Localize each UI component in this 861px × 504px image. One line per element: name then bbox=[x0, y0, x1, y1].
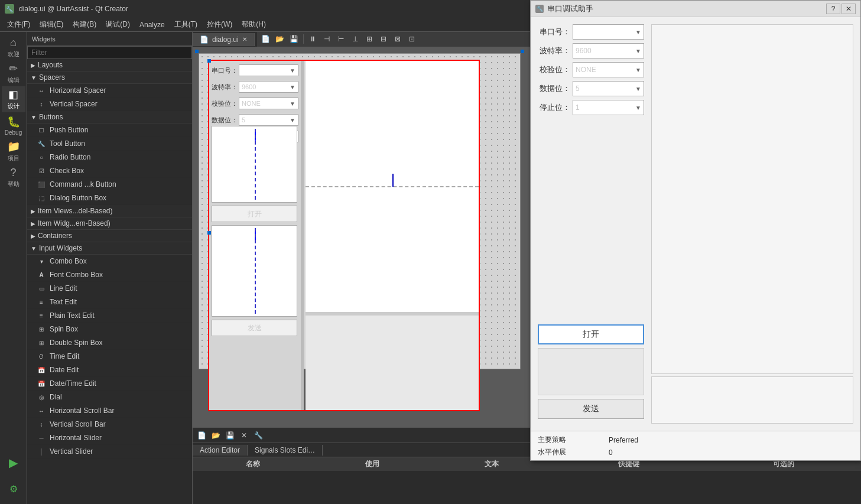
section-containers[interactable]: ▶ Containers bbox=[27, 230, 192, 242]
debug-btn[interactable]: 🐛 Debug bbox=[2, 112, 25, 138]
widget-dial[interactable]: ◎ Dial bbox=[27, 391, 192, 404]
dlg-baud-combo[interactable]: 9600 ▼ bbox=[573, 43, 644, 58]
widget-datetime-edit[interactable]: 📅 Date/Time Edit bbox=[27, 377, 192, 391]
canvas-btn-open[interactable]: 打开 bbox=[212, 206, 297, 222]
dlg-stopbits-combo[interactable]: 1 ▼ bbox=[573, 100, 644, 115]
build-run-btn[interactable]: ⚙ bbox=[2, 476, 25, 502]
canvas-textarea-top[interactable] bbox=[212, 126, 297, 203]
dlg-baud-arrow: ▼ bbox=[635, 48, 641, 54]
widget-check-box[interactable]: ☑ Check Box bbox=[27, 164, 192, 178]
dlg-bottom-display[interactable] bbox=[651, 376, 853, 424]
widget-vertical-spacer[interactable]: ↕ Vertical Spacer bbox=[27, 97, 192, 111]
section-input-widgets[interactable]: ▼ Input Widgets bbox=[27, 242, 192, 255]
project-btn[interactable]: 📁 项目 bbox=[2, 138, 25, 164]
widget-h-scrollbar[interactable]: ↔ Horizontal Scroll Bar bbox=[27, 404, 192, 418]
menu-analyze[interactable]: Analyze bbox=[135, 19, 170, 30]
toolbar-open[interactable]: 📂 bbox=[274, 33, 287, 45]
section-spacers[interactable]: ▼ Spacers bbox=[27, 71, 192, 84]
baud-combo[interactable]: 9600 ▼ bbox=[239, 81, 298, 93]
widget-tab[interactable]: Widgets bbox=[27, 34, 60, 44]
widget-v-scrollbar[interactable]: ↕ Vertical Scroll Bar bbox=[27, 418, 192, 431]
parity-arrow: ▼ bbox=[290, 100, 295, 107]
dialog-container: 串口号： ▼ 波特率： bbox=[208, 60, 480, 411]
toolbar-align1[interactable]: ⊣ bbox=[320, 33, 333, 45]
canvas-right-top[interactable] bbox=[306, 61, 479, 313]
widget-dialog-button-box[interactable]: ⬚ Dialog Button Box bbox=[27, 191, 192, 205]
h-scrollbar-label: Horizontal Scroll Bar bbox=[50, 407, 114, 415]
databits-combo[interactable]: 5 ▼ bbox=[239, 114, 298, 126]
bottom-save-btn[interactable]: 💾 bbox=[223, 430, 236, 441]
menu-build[interactable]: 构建(B) bbox=[68, 18, 101, 31]
widget-line-edit[interactable]: ▭ Line Edit bbox=[27, 282, 192, 295]
dlg-bottom-textarea[interactable] bbox=[538, 348, 644, 395]
canvas-vsplitter[interactable] bbox=[301, 61, 304, 410]
canvas-btn-send[interactable]: 发送 bbox=[212, 320, 297, 336]
tab-action-editor[interactable]: Action Editor bbox=[193, 445, 248, 456]
dlg-parity-combo[interactable]: NONE ▼ bbox=[573, 62, 644, 77]
toolbar-grid4[interactable]: ⊡ bbox=[405, 33, 418, 45]
toolbar-pause[interactable]: ⏸ bbox=[306, 33, 319, 45]
widget-combo-box[interactable]: ▾ Combo Box bbox=[27, 255, 192, 268]
welcome-icon: ⌂ bbox=[10, 37, 17, 49]
run-btn[interactable]: ▶ bbox=[2, 450, 25, 476]
canvas-textarea-bottom[interactable] bbox=[212, 225, 297, 317]
menu-controls[interactable]: 控件(W) bbox=[202, 18, 237, 31]
toolbar-align2[interactable]: ⊢ bbox=[334, 33, 347, 45]
dlg-databits-combo[interactable]: 5 ▼ bbox=[573, 81, 644, 96]
canvas-right-panel bbox=[306, 61, 479, 410]
dlg-send-btn[interactable]: 发送 bbox=[538, 399, 644, 419]
section-item-views[interactable]: ▶ Item Views...del-Based) bbox=[27, 205, 192, 217]
dlg-main-display[interactable] bbox=[651, 32, 853, 374]
app-icon: 🔧 bbox=[5, 4, 14, 14]
welcome-btn[interactable]: ⌂ 欢迎 bbox=[2, 34, 25, 60]
help-btn[interactable]: ? 帮助 bbox=[2, 164, 25, 190]
parity-combo[interactable]: NONE ▼ bbox=[239, 97, 298, 109]
widget-v-slider[interactable]: │ Vertical Slider bbox=[27, 445, 192, 459]
tab-close-icon[interactable]: ✕ bbox=[242, 36, 247, 43]
toolbar-new[interactable]: 📄 bbox=[259, 33, 272, 45]
design-btn[interactable]: ◧ 设计 bbox=[2, 86, 25, 112]
canvas-right-bottom[interactable] bbox=[306, 316, 479, 410]
widget-command-button[interactable]: ⬛ Command ...k Button bbox=[27, 178, 192, 191]
menu-help[interactable]: 帮助(H) bbox=[237, 18, 271, 31]
widget-font-combo-box[interactable]: A Font Combo Box bbox=[27, 268, 192, 282]
toolbar-align3[interactable]: ⊥ bbox=[349, 33, 362, 45]
toolbar-save[interactable]: 💾 bbox=[288, 33, 301, 45]
widget-radio-button[interactable]: ○ Radio Button bbox=[27, 151, 192, 164]
widget-filter[interactable] bbox=[27, 46, 192, 59]
edit-btn[interactable]: ✏ 编辑 bbox=[2, 60, 25, 86]
menu-debug[interactable]: 调试(D) bbox=[101, 18, 135, 31]
dlg-open-btn[interactable]: 打开 bbox=[538, 324, 644, 344]
designer-canvas[interactable]: 串口号： ▼ 波特率： bbox=[199, 53, 521, 369]
datetime-edit-icon: 📅 bbox=[37, 379, 46, 388]
section-item-widgets[interactable]: ▶ Item Widg...em-Based) bbox=[27, 217, 192, 230]
widget-horizontal-spacer[interactable]: ↔ Horizontal Spacer bbox=[27, 84, 192, 97]
widget-text-edit[interactable]: ≡ Text Edit bbox=[27, 295, 192, 309]
widget-double-spin-box[interactable]: ⊞ Double Spin Box bbox=[27, 336, 192, 350]
toolbar-grid2[interactable]: ⊟ bbox=[377, 33, 390, 45]
menu-file[interactable]: 文件(F) bbox=[2, 18, 35, 31]
widget-h-slider[interactable]: ─ Horizontal Slider bbox=[27, 431, 192, 445]
widget-spin-box[interactable]: ⊞ Spin Box bbox=[27, 323, 192, 336]
bottom-new-btn[interactable]: 📄 bbox=[195, 430, 208, 441]
widget-tool-button[interactable]: 🔧 Tool Button bbox=[27, 137, 192, 151]
bottom-delete-btn[interactable]: ✕ bbox=[238, 430, 251, 441]
section-layouts[interactable]: ▶ Layouts bbox=[27, 59, 192, 71]
parity-label: 校验位： bbox=[212, 99, 239, 108]
port-combo[interactable]: ▼ bbox=[239, 64, 298, 76]
widget-date-edit[interactable]: 📅 Date Edit bbox=[27, 363, 192, 377]
toolbar-grid3[interactable]: ⊠ bbox=[391, 33, 404, 45]
widget-time-edit[interactable]: ⏱ Time Edit bbox=[27, 350, 192, 363]
bottom-settings-btn[interactable]: 🔧 bbox=[252, 430, 265, 441]
section-buttons[interactable]: ▼ Buttons bbox=[27, 111, 192, 123]
menu-tools[interactable]: 工具(T) bbox=[170, 18, 202, 31]
bottom-open-btn[interactable]: 📂 bbox=[209, 430, 222, 441]
file-tab-dialog[interactable]: 📄 dialog.ui ✕ bbox=[193, 33, 255, 46]
tab-signals-slots[interactable]: Signals Slots Edi… bbox=[248, 445, 323, 456]
menu-edit[interactable]: 编辑(E) bbox=[35, 18, 68, 31]
toolbar-grid1[interactable]: ⊞ bbox=[363, 33, 376, 45]
widget-plain-text-edit[interactable]: ≡ Plain Text Edit bbox=[27, 309, 192, 323]
dlg-port-combo[interactable]: ▼ bbox=[573, 32, 644, 40]
widget-push-button[interactable]: □ Push Button bbox=[27, 123, 192, 137]
time-edit-label: Time Edit bbox=[50, 352, 79, 360]
